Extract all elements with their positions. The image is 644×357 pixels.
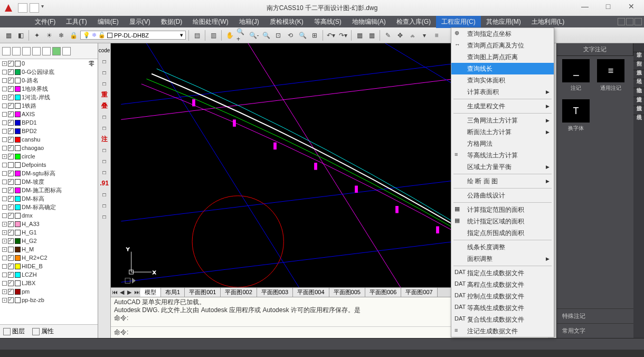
tool-button[interactable]: ⊡: [273, 30, 283, 41]
layer-row[interactable]: +circle: [0, 152, 98, 161]
vtool-button[interactable]: □: [100, 57, 109, 66]
layer-row[interactable]: DM-标高确定: [0, 203, 98, 211]
vtool-button[interactable]: 叠: [100, 101, 109, 110]
layer-row[interactable]: dmx: [0, 211, 98, 220]
layer-tool-icon[interactable]: [52, 47, 61, 55]
tool-button[interactable]: ▥: [208, 30, 219, 41]
tool-button[interactable]: 🔍+: [236, 30, 247, 41]
dropdown-item[interactable]: DAT等高线生成数据文件: [451, 302, 554, 314]
dropdown-item[interactable]: 线条长度调整: [451, 241, 554, 253]
tool-button[interactable]: ஃ: [407, 30, 418, 41]
palette-tile[interactable]: ≡通用注记: [595, 59, 627, 96]
dropdown-item[interactable]: 区域土方量平衡▶: [451, 161, 554, 173]
layer-row[interactable]: LJBX: [0, 279, 98, 287]
layer-row[interactable]: canshu: [0, 135, 98, 144]
right-panel-tab[interactable]: 文字注记: [557, 43, 633, 55]
tool-button[interactable]: 🔍: [297, 30, 308, 41]
dropdown-item[interactable]: 查询线长: [451, 63, 554, 74]
menu-item[interactable]: 工程应用(C): [436, 16, 481, 28]
tool-button[interactable]: ✥: [395, 30, 405, 41]
menu-item[interactable]: 编辑(E): [92, 16, 124, 28]
dropdown-item[interactable]: ⊕查询指定点坐标: [451, 28, 554, 40]
dropdown-item[interactable]: DAT高程点生成数据文件: [451, 279, 554, 290]
dropdown-item[interactable]: DAT控制点生成数据文件: [451, 290, 554, 302]
layer-tool-icon[interactable]: [42, 47, 51, 55]
layer-row[interactable]: +1河流-岸线: [0, 93, 98, 101]
vtool-button[interactable]: □: [100, 79, 109, 88]
tool-button[interactable]: ▤: [192, 30, 202, 41]
layout-tab[interactable]: 布局1: [161, 288, 185, 297]
tool-button[interactable]: 🔒: [68, 30, 79, 41]
dropdown-item[interactable]: ▦计算指定范围的面积: [451, 204, 554, 215]
tool-button[interactable]: ✎: [383, 30, 393, 41]
tool-button[interactable]: 🔍-: [249, 30, 259, 41]
layer-row[interactable]: BPD1: [0, 118, 98, 127]
tab-nav-next[interactable]: ▶: [126, 289, 133, 296]
menu-item[interactable]: 工具(T): [61, 16, 92, 28]
layer-row[interactable]: 0-G公园绿底: [0, 68, 98, 76]
tool-button[interactable]: ▦: [3, 30, 14, 41]
layout-tab[interactable]: 平面图001: [185, 288, 221, 297]
layout-tab[interactable]: 平面图006: [365, 288, 401, 297]
menu-item[interactable]: 质检模块(K): [264, 16, 309, 28]
layer-row[interactable]: DM-施工图标高: [0, 186, 98, 194]
layer-tool-icon[interactable]: [2, 47, 11, 55]
menu-item[interactable]: 检查入库(G): [391, 16, 436, 28]
dropdown-item[interactable]: ▦统计指定区域的面积: [451, 215, 554, 227]
tool-button[interactable]: ▦: [366, 30, 377, 41]
dropdown-item[interactable]: 查询图上两点距离: [451, 51, 554, 63]
menu-item[interactable]: 地籍(J): [234, 16, 264, 28]
layout-tab[interactable]: 平面图003: [257, 288, 293, 297]
layer-row[interactable]: DM-sgtu标高: [0, 169, 98, 177]
layers-list[interactable]: +0零 0-G公园绿底 0-路名 1地块界线+1河流-岸线 1铁路 AXIS B…: [0, 59, 98, 324]
vtool-button[interactable]: 注: [100, 134, 109, 144]
layer-row[interactable]: 1地块界线: [0, 84, 98, 93]
layer-row[interactable]: HIDE_B: [0, 262, 98, 270]
tool-button[interactable]: ⊞: [309, 30, 320, 41]
dropdown-item[interactable]: ↔查询两点距离及方位: [451, 40, 554, 51]
vtool-button[interactable]: .91: [100, 178, 109, 188]
tool-button[interactable]: ↷▾: [338, 30, 348, 41]
maximize-button[interactable]: □: [598, 2, 619, 14]
tool-button[interactable]: ⟲: [285, 30, 296, 41]
tool-button[interactable]: ☀: [44, 30, 54, 41]
tool-button[interactable]: ✋: [224, 30, 235, 41]
rp-section[interactable]: 常用文字: [557, 323, 633, 338]
menu-item[interactable]: 地物编辑(A): [347, 16, 391, 28]
layout-tab[interactable]: 平面图005: [329, 288, 365, 297]
dropdown-item[interactable]: 查询实体面积: [451, 74, 554, 86]
tool-button[interactable]: ❄: [56, 30, 67, 41]
layer-tool-icon[interactable]: [62, 47, 71, 55]
dropdown-item[interactable]: 生成里程文件▶: [451, 100, 554, 112]
layer-row[interactable]: BPD2: [0, 127, 98, 135]
edge-tab[interactable]: 独立地物: [633, 79, 644, 88]
vtool-button[interactable]: □: [100, 112, 109, 121]
layout-tab[interactable]: 平面图007: [401, 288, 437, 297]
tab-nav-last[interactable]: ⏭: [133, 289, 140, 296]
layer-row[interactable]: 1铁路: [0, 101, 98, 110]
edge-tab[interactable]: 境界线: [633, 106, 644, 115]
qat-button[interactable]: [30, 3, 39, 13]
dropdown-item[interactable]: ≡等高线法土方计算: [451, 149, 554, 161]
rp-section[interactable]: 特殊注记: [557, 308, 633, 323]
menu-item[interactable]: 等高线(S): [309, 16, 347, 28]
layer-row[interactable]: +H_M: [0, 245, 98, 253]
tool-button[interactable]: 🔍: [261, 30, 271, 41]
tab-nav-first[interactable]: ⏮: [111, 289, 118, 296]
dropdown-item[interactable]: DAT复合线生成数据文件: [451, 314, 554, 325]
edge-tab[interactable]: 居民地: [633, 70, 644, 79]
palette-tile[interactable]: T换字体: [560, 99, 592, 136]
edge-tab[interactable]: 控制点: [633, 52, 644, 61]
layer-row[interactable]: LCZH: [0, 270, 98, 279]
layer-row[interactable]: chaogao: [0, 144, 98, 152]
menu-item[interactable]: 其他应用(M): [481, 16, 526, 28]
dropdown-item[interactable]: DAT指定点生成数据文件: [451, 267, 554, 279]
layer-row[interactable]: Defpoints: [0, 161, 98, 169]
qat-dropdown-icon[interactable]: ▾: [41, 3, 44, 13]
vtool-button[interactable]: □: [100, 201, 109, 210]
menu-item[interactable]: 土地利用(L): [526, 16, 570, 28]
menu-item[interactable]: 显示(V): [124, 16, 156, 28]
vtool-button[interactable]: □: [100, 167, 109, 177]
dropdown-item[interactable]: 公路曲线设计: [451, 190, 554, 201]
vtool-button[interactable]: □: [100, 145, 109, 155]
